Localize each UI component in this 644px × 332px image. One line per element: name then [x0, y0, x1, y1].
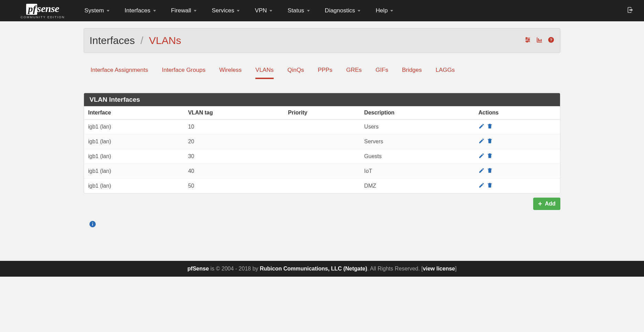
cell-priority [284, 179, 360, 193]
col-actions: Actions [474, 106, 560, 120]
cell-description: Guests [360, 149, 474, 164]
nav-menu: SystemInterfacesFirewallServicesVPNStatu… [77, 1, 623, 20]
footer-product: pfSense [188, 266, 209, 272]
tab-vlans[interactable]: VLANs [255, 63, 274, 79]
svg-rect-9 [92, 223, 93, 225]
cell-actions [474, 164, 560, 179]
cell-interface: igb1 (lan) [84, 179, 184, 193]
panel-actions: ? [524, 36, 555, 45]
cell-priority [284, 149, 360, 164]
nav-item-label: Diagnostics [325, 7, 355, 14]
caret-down-icon [358, 10, 360, 12]
nav-item-label: Help [376, 7, 388, 14]
cell-priority [284, 120, 360, 134]
edit-icon[interactable] [478, 167, 485, 175]
breadcrumb-parent[interactable]: Interfaces [89, 35, 135, 46]
delete-icon[interactable] [487, 153, 493, 160]
graph-icon[interactable] [536, 36, 543, 45]
cell-tag: 50 [184, 179, 284, 193]
tab-wireless[interactable]: Wireless [219, 63, 242, 79]
cell-tag: 20 [184, 134, 284, 149]
cell-interface: igb1 (lan) [84, 149, 184, 164]
tab-interface-assignments[interactable]: Interface Assignments [91, 63, 148, 79]
caret-down-icon [194, 10, 197, 12]
nav-item-diagnostics[interactable]: Diagnostics [317, 1, 368, 20]
main-container: Interfaces / VLANs ? Interface Assignmen… [84, 21, 560, 237]
top-navbar: pfsense COMMUNITY EDITION SystemInterfac… [0, 0, 644, 21]
tab-ppps[interactable]: PPPs [318, 63, 332, 79]
add-button[interactable]: + Add [533, 198, 560, 210]
caret-down-icon [107, 10, 109, 12]
nav-item-label: Status [287, 7, 304, 14]
caret-down-icon [390, 10, 393, 12]
caret-down-icon [153, 10, 156, 12]
cell-description: IoT [360, 164, 474, 179]
caret-down-icon [237, 10, 240, 12]
table-row[interactable]: igb1 (lan)40IoT [84, 164, 560, 179]
svg-text:?: ? [550, 37, 552, 42]
cell-tag: 10 [184, 120, 284, 134]
svg-point-4 [528, 39, 529, 40]
logo-sense: sense [37, 3, 59, 14]
cell-interface: igb1 (lan) [84, 120, 184, 134]
nav-item-system[interactable]: System [77, 1, 117, 20]
table-row[interactable]: igb1 (lan)10Users [84, 120, 560, 134]
add-button-label: Add [545, 201, 556, 207]
nav-item-label: Services [212, 7, 234, 14]
caret-down-icon [270, 10, 272, 12]
edit-icon[interactable] [478, 182, 485, 190]
nav-item-firewall[interactable]: Firewall [163, 1, 204, 20]
tab-bridges[interactable]: Bridges [402, 63, 422, 79]
tab-gres[interactable]: GREs [346, 63, 362, 79]
tab-gifs[interactable]: GIFs [376, 63, 388, 79]
info-icon[interactable] [89, 220, 560, 230]
cell-actions [474, 149, 560, 164]
cell-interface: igb1 (lan) [84, 164, 184, 179]
footer-company: Rubicon Communications, LLC (Netgate) [260, 266, 367, 272]
settings-icon[interactable] [524, 36, 531, 45]
footer-text1: is © 2004 - 2018 by [209, 266, 260, 272]
panel-heading: VLAN Interfaces [84, 93, 560, 106]
breadcrumb-current[interactable]: VLANs [149, 35, 181, 46]
table-row[interactable]: igb1 (lan)30Guests [84, 149, 560, 164]
logo-subtitle: COMMUNITY EDITION [21, 15, 65, 19]
delete-icon[interactable] [487, 123, 493, 131]
tab-interface-groups[interactable]: Interface Groups [162, 63, 205, 79]
cell-actions [474, 179, 560, 193]
edit-icon[interactable] [478, 123, 485, 131]
nav-item-status[interactable]: Status [280, 1, 317, 20]
logo-pf: pf [26, 4, 37, 15]
delete-icon[interactable] [487, 167, 493, 175]
tab-qinqs[interactable]: QinQs [287, 63, 304, 79]
logo[interactable]: pfsense COMMUNITY EDITION [21, 3, 65, 19]
cell-actions [474, 120, 560, 134]
footer: pfSense is © 2004 - 2018 by Rubicon Comm… [0, 261, 644, 277]
edit-icon[interactable] [478, 153, 485, 160]
delete-icon[interactable] [487, 138, 493, 145]
breadcrumb: Interfaces / VLANs [89, 35, 181, 46]
col-priority: Priority [284, 106, 360, 120]
cell-description: Servers [360, 134, 474, 149]
nav-item-interfaces[interactable]: Interfaces [117, 1, 163, 20]
table-row[interactable]: igb1 (lan)20Servers [84, 134, 560, 149]
cell-tag: 30 [184, 149, 284, 164]
svg-rect-10 [92, 222, 93, 223]
nav-item-services[interactable]: Services [204, 1, 247, 20]
svg-point-3 [526, 37, 527, 38]
footer-text2: . All Rights Reserved. [ [367, 266, 423, 272]
delete-icon[interactable] [487, 182, 493, 190]
svg-point-5 [527, 41, 528, 42]
cell-priority [284, 134, 360, 149]
nav-item-help[interactable]: Help [368, 1, 401, 20]
cell-description: DMZ [360, 179, 474, 193]
logout-icon[interactable] [623, 3, 637, 19]
cell-interface: igb1 (lan) [84, 134, 184, 149]
help-icon[interactable]: ? [548, 36, 555, 45]
tab-laggs[interactable]: LAGGs [436, 63, 455, 79]
nav-item-vpn[interactable]: VPN [247, 1, 280, 20]
edit-icon[interactable] [478, 138, 485, 145]
footer-license-link[interactable]: view license [423, 266, 455, 272]
table-row[interactable]: igb1 (lan)50DMZ [84, 179, 560, 193]
footer-text3: ] [455, 266, 456, 272]
col-vlan-tag: VLAN tag [184, 106, 284, 120]
